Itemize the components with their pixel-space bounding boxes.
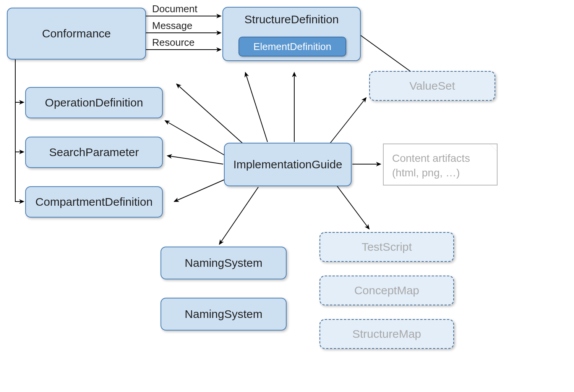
node-test-script: TestScript: [319, 232, 454, 262]
node-label: TestScript: [362, 240, 412, 253]
node-label: NamingSystem: [185, 256, 262, 269]
node-implementation-guide: ImplementationGuide: [224, 143, 352, 186]
note-line-1: Content artifacts: [392, 151, 488, 166]
node-operation-definition: OperationDefinition: [25, 87, 163, 118]
node-content-artifacts: Content artifacts (html, png, …): [383, 144, 498, 186]
node-label: ElementDefinition: [253, 41, 331, 53]
edge-label-message: Message: [152, 20, 193, 32]
node-label: CompartmentDefinition: [36, 195, 153, 208]
node-label: ValueSet: [409, 79, 455, 92]
node-search-parameter: SearchParameter: [25, 137, 163, 168]
node-conformance: Conformance: [7, 8, 146, 60]
svg-line-9: [167, 156, 223, 164]
node-label: OperationDefinition: [45, 96, 143, 109]
svg-line-13: [336, 184, 369, 229]
node-label: ConceptMap: [354, 284, 419, 297]
svg-line-7: [329, 98, 366, 145]
note-line-2: (html, png, …): [392, 166, 488, 180]
node-value-set: ValueSet: [369, 71, 495, 101]
node-concept-map: ConceptMap: [319, 276, 454, 305]
node-element-definition: ElementDefinition: [238, 37, 346, 56]
edge-label-resource: Resource: [152, 37, 195, 48]
svg-line-8: [165, 121, 225, 156]
node-label: Conformance: [42, 27, 111, 40]
svg-line-5: [245, 73, 268, 142]
node-label: ImplementationGuide: [233, 158, 342, 171]
node-naming-system-1: NamingSystem: [161, 247, 287, 279]
svg-line-10: [174, 178, 229, 202]
svg-line-3: [359, 34, 417, 76]
node-compartment-definition: CompartmentDefinition: [25, 186, 163, 218]
node-naming-system-2: NamingSystem: [161, 298, 287, 331]
node-structure-map: StructureMap: [319, 319, 454, 349]
edge-label-document: Document: [152, 3, 198, 15]
svg-line-4: [177, 84, 245, 145]
node-label: StructureMap: [352, 327, 421, 340]
node-label: NamingSystem: [185, 308, 262, 321]
note-fold-icon: [489, 144, 498, 152]
node-label: SearchParameter: [49, 146, 139, 159]
svg-line-12: [219, 187, 258, 244]
node-label: StructureDefinition: [245, 13, 339, 26]
